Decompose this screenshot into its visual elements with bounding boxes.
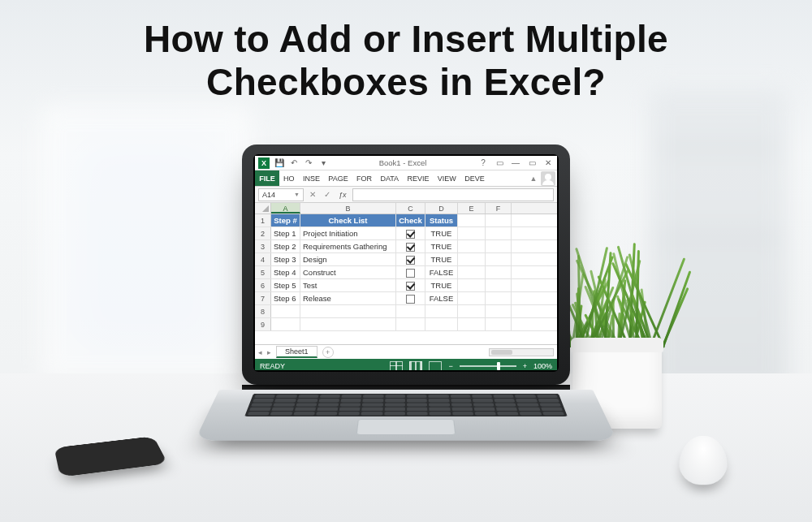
row-header[interactable]: 3 xyxy=(255,240,271,252)
cell-A1[interactable]: Step # xyxy=(271,214,300,226)
checkbox-icon[interactable] xyxy=(406,282,415,291)
sheet-tab[interactable]: Sheet1 xyxy=(276,346,317,358)
cell-empty[interactable] xyxy=(486,253,512,265)
worksheet-grid[interactable]: ABCDEF 1Step #Check ListCheckStatus2Step… xyxy=(255,203,557,344)
cell-status[interactable]: FALSE xyxy=(425,292,458,304)
maximize-button[interactable]: ▭ xyxy=(526,158,538,167)
column-header-C[interactable]: C xyxy=(396,203,425,214)
row-header[interactable]: 4 xyxy=(255,253,271,265)
cell-step[interactable]: Step 2 xyxy=(271,240,300,252)
cell-empty[interactable] xyxy=(458,279,486,291)
cell-check[interactable] xyxy=(396,279,425,291)
row-header[interactable]: 9 xyxy=(255,318,271,330)
enter-formula-icon[interactable]: ✓ xyxy=(322,190,333,199)
row-header[interactable]: 2 xyxy=(255,227,271,239)
name-box[interactable]: A14 ▼ xyxy=(258,188,304,201)
undo-icon[interactable]: ↶ xyxy=(289,158,299,168)
cell-step[interactable]: Step 3 xyxy=(271,253,300,265)
cell-empty[interactable] xyxy=(300,305,396,317)
cell-status[interactable]: TRUE xyxy=(425,227,458,239)
cell-step[interactable]: Step 5 xyxy=(271,279,300,291)
cell-empty[interactable] xyxy=(271,318,300,330)
checkbox-icon[interactable] xyxy=(406,230,415,239)
row-header[interactable]: 5 xyxy=(255,266,271,278)
ribbon-tab-page[interactable]: PAGE xyxy=(324,170,352,186)
help-button[interactable]: ? xyxy=(477,158,489,167)
cell-empty[interactable] xyxy=(458,318,486,330)
cancel-formula-icon[interactable]: ✕ xyxy=(307,190,318,199)
cell-empty[interactable] xyxy=(271,305,300,317)
save-icon[interactable]: 💾 xyxy=(274,158,284,168)
cell-check[interactable] xyxy=(396,253,425,265)
ribbon-tab-revie[interactable]: REVIE xyxy=(403,170,433,186)
cell-item[interactable]: Release xyxy=(300,292,396,304)
cell-empty[interactable] xyxy=(486,227,512,239)
checkbox-icon[interactable] xyxy=(406,256,415,265)
cell-E1[interactable] xyxy=(458,214,486,226)
cell-empty[interactable] xyxy=(425,305,458,317)
cell-empty[interactable] xyxy=(300,318,396,330)
cell-C1[interactable]: Check xyxy=(396,214,425,226)
zoom-level[interactable]: 100% xyxy=(533,362,552,370)
cell-check[interactable] xyxy=(396,227,425,239)
sheet-nav-prev-icon[interactable]: ◂ xyxy=(258,348,262,356)
cell-status[interactable]: FALSE xyxy=(425,266,458,278)
account-avatar-icon[interactable] xyxy=(541,171,555,186)
zoom-in-button[interactable]: + xyxy=(523,362,527,370)
cell-item[interactable]: Requirements Gathering xyxy=(300,240,396,252)
cell-empty[interactable] xyxy=(486,279,512,291)
ribbon-tab-inse[interactable]: INSE xyxy=(299,170,324,186)
cell-empty[interactable] xyxy=(458,266,486,278)
add-sheet-button[interactable]: + xyxy=(322,347,334,358)
page-break-view-icon[interactable] xyxy=(429,361,442,370)
collapse-ribbon-icon[interactable]: ▲ xyxy=(528,170,539,186)
column-header-D[interactable]: D xyxy=(425,203,458,214)
row-header[interactable]: 6 xyxy=(255,279,271,291)
cell-D1[interactable]: Status xyxy=(425,214,458,226)
cell-F1[interactable] xyxy=(486,214,512,226)
cell-empty[interactable] xyxy=(486,240,512,252)
cell-step[interactable]: Step 4 xyxy=(271,266,300,278)
row-header[interactable]: 7 xyxy=(255,292,271,304)
cell-check[interactable] xyxy=(396,292,425,304)
page-layout-view-icon[interactable] xyxy=(409,361,422,370)
zoom-out-button[interactable]: − xyxy=(448,362,452,370)
close-button[interactable]: ✕ xyxy=(542,158,554,167)
cell-empty[interactable] xyxy=(486,266,512,278)
ribbon-tab-deve[interactable]: DEVE xyxy=(460,170,489,186)
cell-step[interactable]: Step 6 xyxy=(271,292,300,304)
checkbox-icon[interactable] xyxy=(406,295,415,304)
checkbox-icon[interactable] xyxy=(406,243,415,252)
cell-empty[interactable] xyxy=(458,240,486,252)
checkbox-icon[interactable] xyxy=(406,269,415,278)
cell-empty[interactable] xyxy=(396,318,425,330)
select-all-corner[interactable] xyxy=(255,203,271,214)
cell-empty[interactable] xyxy=(458,253,486,265)
cell-empty[interactable] xyxy=(396,305,425,317)
cell-empty[interactable] xyxy=(425,318,458,330)
redo-icon[interactable]: ↷ xyxy=(304,158,313,168)
ribbon-tab-ho[interactable]: HO xyxy=(279,170,299,186)
ribbon-tab-for[interactable]: FOR xyxy=(352,170,376,186)
cell-empty[interactable] xyxy=(486,318,512,330)
cell-empty[interactable] xyxy=(458,305,486,317)
cell-item[interactable]: Construct xyxy=(300,266,396,278)
zoom-slider[interactable] xyxy=(460,365,516,367)
column-header-A[interactable]: A xyxy=(271,203,300,214)
cell-item[interactable]: Test xyxy=(300,279,396,291)
cell-empty[interactable] xyxy=(486,305,512,317)
column-header-B[interactable]: B xyxy=(300,203,396,214)
normal-view-icon[interactable] xyxy=(390,361,403,370)
cell-status[interactable]: TRUE xyxy=(425,279,458,291)
ribbon-tab-file[interactable]: FILE xyxy=(255,170,279,186)
horizontal-scrollbar[interactable] xyxy=(489,348,554,356)
cell-B1[interactable]: Check List xyxy=(300,214,396,226)
cell-check[interactable] xyxy=(396,240,425,252)
cell-check[interactable] xyxy=(396,266,425,278)
cell-status[interactable]: TRUE xyxy=(425,240,458,252)
cell-item[interactable]: Project Initiation xyxy=(300,227,396,239)
cell-step[interactable]: Step 1 xyxy=(271,227,300,239)
row-header[interactable]: 8 xyxy=(255,305,271,317)
qat-customize-icon[interactable]: ▾ xyxy=(318,158,328,168)
cell-empty[interactable] xyxy=(486,292,512,304)
